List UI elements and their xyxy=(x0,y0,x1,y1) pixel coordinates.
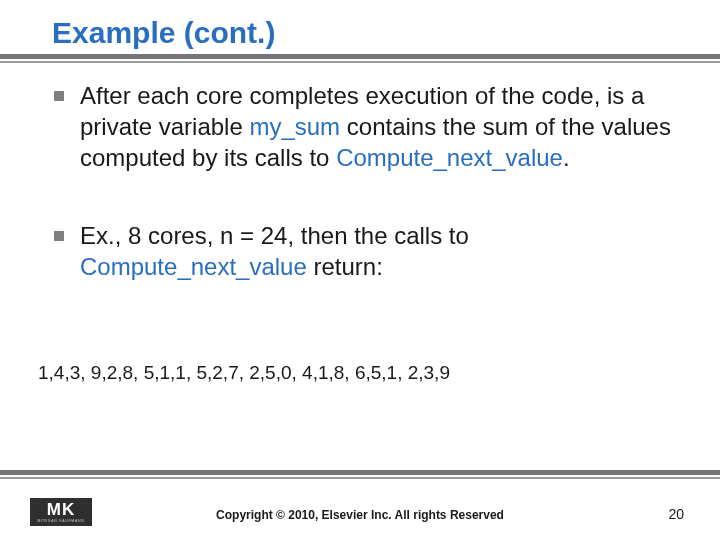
keyword: Compute_next_value xyxy=(80,253,307,280)
square-bullet-icon xyxy=(54,231,64,241)
footer-rule-thick xyxy=(0,470,720,475)
title-rule-thick xyxy=(0,54,720,59)
title-rule-thin xyxy=(0,61,720,63)
bullet-text: After each core completes execution of t… xyxy=(80,80,690,174)
title-bar: Example (cont.) xyxy=(0,16,720,63)
page-number: 20 xyxy=(668,506,684,522)
bullet-item: Ex., 8 cores, n = 24, then the calls to … xyxy=(54,220,690,282)
copyright-text: Copyright © 2010, Elsevier Inc. All righ… xyxy=(0,508,720,522)
keyword: Compute_next_value xyxy=(336,144,563,171)
slide-title: Example (cont.) xyxy=(0,16,720,54)
content-area: After each core completes execution of t… xyxy=(54,80,690,304)
data-values: 1,4,3, 9,2,8, 5,1,1, 5,2,7, 2,5,0, 4,1,8… xyxy=(38,362,700,384)
keyword: my_sum xyxy=(249,113,340,140)
bullet-item: After each core completes execution of t… xyxy=(54,80,690,174)
bullet-text: Ex., 8 cores, n = 24, then the calls to … xyxy=(80,220,690,282)
square-bullet-icon xyxy=(54,91,64,101)
footer-rule-thin xyxy=(0,477,720,479)
